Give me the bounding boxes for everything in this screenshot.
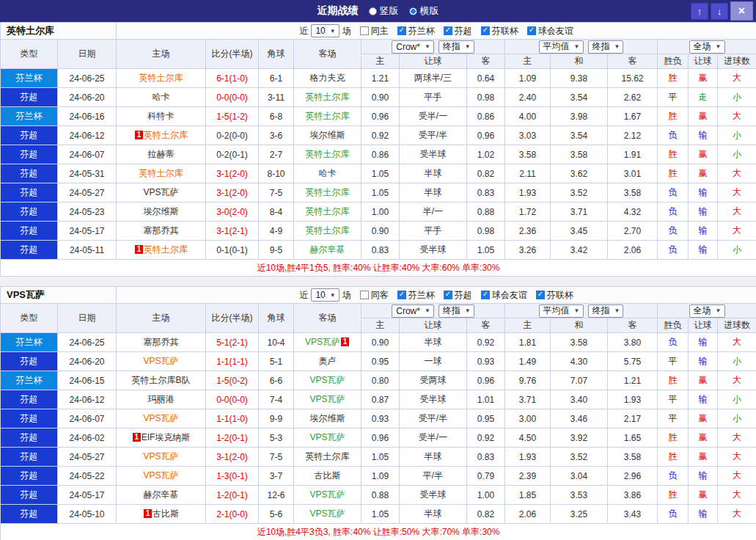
home-team-link[interactable]: 塞那乔其 — [117, 222, 206, 241]
avg-select[interactable]: 平均值▼ — [539, 40, 584, 54]
away-team-link[interactable]: 哈卡 — [294, 164, 362, 183]
checkbox-icon[interactable] — [397, 291, 406, 299]
checkbox-icon[interactable] — [536, 291, 545, 299]
home-team-link[interactable]: 1古比斯 — [117, 505, 206, 524]
away-team-link[interactable]: 格力夫克 — [294, 69, 362, 88]
odds-stage-select[interactable]: 终指▼ — [438, 40, 474, 54]
home-team-link[interactable]: VPS瓦萨 — [117, 409, 206, 428]
score-link[interactable]: 0-2(0-1) — [206, 145, 259, 164]
bookmaker-select[interactable]: Crow*▼ — [392, 40, 434, 54]
filter-competition-checkbox[interactable]: 芬超 — [444, 25, 472, 37]
score-link[interactable]: 1-2(0-1) — [206, 486, 259, 505]
away-team-link[interactable]: 英特土尔库 — [294, 145, 362, 164]
score-link[interactable]: 1-1(1-1) — [206, 352, 259, 371]
checkbox-icon[interactable] — [481, 291, 490, 299]
score-link[interactable]: 3-1(2-0) — [206, 164, 259, 183]
score-link[interactable]: 0-1(0-1) — [206, 241, 259, 260]
match-count-select[interactable]: 10▼ — [311, 288, 339, 302]
score-link[interactable]: 3-1(2-0) — [206, 448, 259, 467]
radio-icon[interactable] — [369, 7, 377, 15]
away-team-link[interactable]: 赫尔辛基 — [294, 241, 362, 260]
home-team-link[interactable]: VPS瓦萨 — [117, 352, 206, 371]
score-link[interactable]: 0-0(0-0) — [206, 390, 259, 409]
home-team-link[interactable]: 1英特土尔库 — [117, 126, 206, 145]
checkbox-icon[interactable] — [360, 291, 369, 299]
home-team-link[interactable]: 塞那乔其 — [117, 333, 206, 352]
filter-same-venue-checkbox[interactable]: 同主 — [360, 25, 389, 37]
score-link[interactable]: 1-3(0-1) — [206, 467, 259, 486]
home-team-link[interactable]: 赫尔辛基 — [117, 486, 206, 505]
away-team-link[interactable]: 英特土尔库 — [294, 88, 362, 107]
scope-select[interactable]: 全场▼ — [689, 304, 725, 318]
away-team-link[interactable]: VPS瓦萨 — [294, 390, 362, 409]
home-team-link[interactable]: 英特土尔库 — [117, 69, 206, 88]
filter-competition-checkbox[interactable]: 芬联杯 — [536, 289, 573, 302]
layout-radio-vertical[interactable]: 竖版 — [369, 4, 399, 18]
home-team-link[interactable]: VPS瓦萨 — [117, 467, 206, 486]
score-link[interactable]: 5-1(2-1) — [206, 333, 259, 352]
home-team-link[interactable]: VPS瓦萨 — [117, 183, 206, 202]
away-team-link[interactable]: 古比斯 — [294, 467, 362, 486]
checkbox-icon[interactable] — [444, 26, 452, 35]
home-team-link[interactable]: 1英特土尔库 — [117, 241, 206, 260]
away-team-link[interactable]: VPS瓦萨1 — [294, 333, 362, 352]
layout-radio-horizontal[interactable]: 横版 — [409, 4, 439, 18]
away-team-link[interactable]: 奥卢 — [294, 352, 362, 371]
checkbox-icon[interactable] — [481, 26, 490, 35]
home-team-link[interactable]: VPS瓦萨 — [117, 448, 206, 467]
filter-competition-checkbox[interactable]: 芬超 — [444, 289, 472, 302]
avg-select[interactable]: 平均值▼ — [539, 304, 584, 318]
checkbox-icon[interactable] — [360, 26, 369, 35]
away-team-link[interactable]: VPS瓦萨 — [294, 486, 362, 505]
filter-same-venue-checkbox[interactable]: 同客 — [360, 289, 389, 302]
score-link[interactable]: 0-0(0-0) — [206, 88, 259, 107]
filter-competition-checkbox[interactable]: 球会友谊 — [527, 25, 573, 37]
home-team-link[interactable]: 英特土尔库B队 — [117, 371, 206, 390]
scroll-down-button[interactable]: ↓ — [711, 3, 728, 20]
home-team-link[interactable]: 埃尔维斯 — [117, 202, 206, 222]
away-team-link[interactable]: 英特土尔库 — [294, 183, 362, 202]
away-team-link[interactable]: VPS瓦萨 — [294, 371, 362, 390]
home-team-link[interactable]: 拉赫蒂 — [117, 145, 206, 164]
avg-stage-select[interactable]: 终指▼ — [588, 40, 624, 54]
checkbox-icon[interactable] — [527, 26, 536, 35]
score-link[interactable]: 1-5(1-2) — [206, 107, 259, 126]
score-link[interactable]: 1-2(0-1) — [206, 428, 259, 448]
home-team-link[interactable]: 1EIF埃克纳斯 — [117, 428, 206, 448]
avg-stage-select[interactable]: 终指▼ — [588, 304, 624, 318]
close-button[interactable]: × — [730, 1, 753, 21]
home-team-link[interactable]: 哈卡 — [117, 88, 206, 107]
home-team-link[interactable]: 英特土尔库 — [117, 164, 206, 183]
score-link[interactable]: 3-1(2-1) — [206, 222, 259, 241]
match-date: 24-05-27 — [58, 183, 117, 202]
score-link[interactable]: 1-5(0-2) — [206, 371, 259, 390]
home-team-link[interactable]: 玛丽港 — [117, 390, 206, 409]
filter-competition-checkbox[interactable]: 芬兰杯 — [397, 289, 435, 302]
away-team-link[interactable]: 埃尔维斯 — [294, 409, 362, 428]
score-link[interactable]: 0-2(0-0) — [206, 126, 259, 145]
radio-icon[interactable] — [409, 7, 417, 15]
away-team-link[interactable]: VPS瓦萨 — [294, 505, 362, 524]
score-link[interactable]: 3-1(2-0) — [206, 183, 259, 202]
away-team-link[interactable]: 埃尔维斯 — [294, 126, 362, 145]
away-team-link[interactable]: 英特土尔库 — [294, 448, 362, 467]
odds-stage-select[interactable]: 终指▼ — [438, 304, 474, 318]
checkbox-icon[interactable] — [397, 26, 406, 35]
checkbox-icon[interactable] — [444, 291, 452, 299]
filter-competition-checkbox[interactable]: 芬兰杯 — [397, 25, 435, 37]
bookmaker-select[interactable]: Crow*▼ — [392, 304, 434, 318]
home-team-link[interactable]: 科特卡 — [117, 107, 206, 126]
away-team-link[interactable]: 英特土尔库 — [294, 202, 362, 222]
score-link[interactable]: 2-1(0-0) — [206, 505, 259, 524]
away-team-link[interactable]: 英特土尔库 — [294, 107, 362, 126]
scroll-up-button[interactable]: ↑ — [691, 3, 708, 20]
away-team-link[interactable]: 英特土尔库 — [294, 222, 362, 241]
filter-competition-checkbox[interactable]: 球会友谊 — [481, 289, 527, 302]
match-count-select[interactable]: 10▼ — [311, 24, 339, 37]
away-team-link[interactable]: VPS瓦萨 — [294, 428, 362, 448]
filter-competition-checkbox[interactable]: 芬联杯 — [481, 25, 518, 37]
score-link[interactable]: 3-0(2-0) — [206, 202, 259, 222]
scope-select[interactable]: 全场▼ — [689, 40, 725, 54]
score-link[interactable]: 1-1(1-0) — [206, 409, 259, 428]
score-link[interactable]: 6-1(1-0) — [206, 69, 259, 88]
